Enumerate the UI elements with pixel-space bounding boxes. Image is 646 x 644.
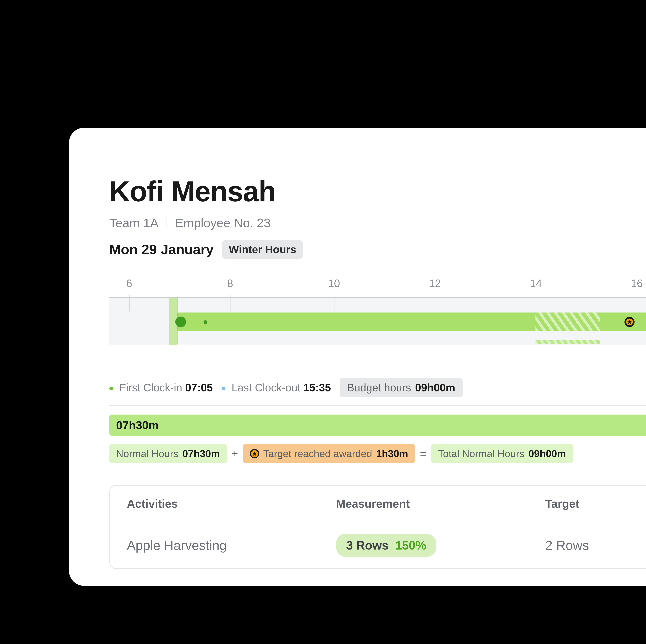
timeline-ticks: 6 8 10 12 14 16 — [109, 277, 646, 307]
event-dot[interactable] — [204, 320, 207, 324]
normal-hours-bar[interactable]: 07h30m — [109, 414, 646, 436]
employee-time-card: Kofi Mensah Team 1A Employee No. 23 Mon … — [69, 128, 646, 586]
budget-hours-badge: Budget hours 09h00m — [340, 378, 463, 397]
target-star-icon[interactable] — [625, 317, 635, 327]
target-awarded-chip: Target reached awarded 1h30m — [243, 444, 415, 463]
col-target: Target — [545, 497, 646, 510]
horizontal-divider — [109, 405, 646, 406]
target-star-icon — [250, 449, 259, 459]
measurement-cell: 3 Rows 150% — [336, 534, 545, 557]
date-row: Mon 29 January Winter Hours — [109, 240, 646, 259]
activities-table: Activities Measurement Target Apple Harv… — [109, 485, 646, 569]
clock-stats: First Clock-in 07:05 Last Clock-out 15:3… — [109, 378, 646, 397]
table-header-row: Activities Measurement Target — [110, 486, 646, 522]
last-clock-out: Last Clock-out 15:35 — [222, 381, 331, 394]
timeline-tick: 12 — [429, 277, 441, 311]
dot-icon — [109, 387, 113, 390]
hours-breakdown: Normal Hours 07h30m + Target reached awa… — [109, 444, 646, 463]
employee-subline: Team 1A Employee No. 23 — [109, 216, 646, 230]
table-row[interactable]: Apple Harvesting 3 Rows 150% 2 Rows — [110, 522, 646, 568]
break-hatched — [535, 312, 600, 331]
date-label: Mon 29 January — [109, 242, 214, 257]
timeline: 6 8 10 12 14 16 — [109, 277, 646, 307]
plus-operator: + — [232, 447, 238, 460]
team-label: Team 1A — [109, 216, 158, 230]
normal-hours-chip: Normal Hours 07h30m — [109, 444, 227, 463]
total-hours-chip: Total Normal Hours 09h00m — [431, 444, 573, 463]
activity-name: Apple Harvesting — [127, 538, 336, 553]
first-clock-in: First Clock-in 07:05 — [109, 381, 213, 394]
equals-operator: = — [420, 447, 426, 460]
svg-marker-1 — [252, 452, 256, 456]
vertical-divider — [167, 217, 167, 229]
col-activities: Activities — [127, 497, 336, 510]
timeline-tick: 14 — [530, 277, 542, 311]
timeline-tick: 8 — [227, 277, 233, 311]
timeline-tick: 6 — [126, 277, 132, 311]
season-badge: Winter Hours — [222, 240, 303, 259]
svg-marker-0 — [627, 320, 632, 324]
dot-icon — [222, 387, 225, 390]
clock-in-marker[interactable] — [175, 316, 186, 327]
timeline-tick: 10 — [328, 277, 340, 311]
timeline-tick: 16 — [631, 277, 643, 311]
col-measurement: Measurement — [336, 497, 545, 510]
employee-number: Employee No. 23 — [175, 216, 271, 230]
hours-bars: 07h30m 0 — [109, 414, 646, 436]
shift-bar[interactable] — [178, 312, 646, 331]
employee-name: Kofi Mensah — [109, 175, 646, 208]
measurement-chip: 3 Rows 150% — [336, 534, 436, 557]
break-hatched-lower — [535, 341, 600, 344]
target-cell: 2 Rows — [545, 538, 646, 553]
